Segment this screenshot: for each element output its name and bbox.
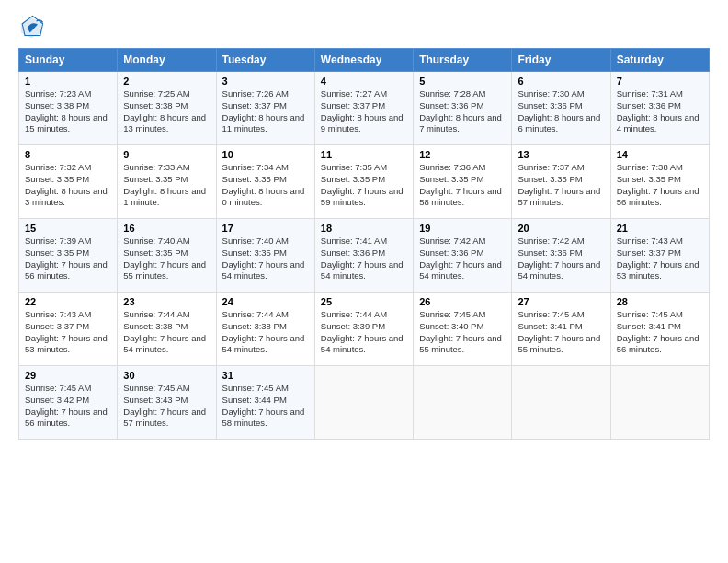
day-cell: 6Sunrise: 7:30 AMSunset: 3:36 PMDaylight…	[512, 72, 610, 145]
day-cell: 5Sunrise: 7:28 AMSunset: 3:36 PMDaylight…	[414, 72, 512, 145]
calendar-table: SundayMondayTuesdayWednesdayThursdayFrid…	[18, 48, 710, 440]
page-header	[18, 15, 710, 40]
day-cell: 10Sunrise: 7:34 AMSunset: 3:35 PMDayligh…	[216, 145, 314, 219]
day-info: Sunrise: 7:30 AMSunset: 3:36 PMDaylight:…	[518, 88, 604, 135]
day-number: 21	[617, 223, 703, 234]
day-cell: 20Sunrise: 7:42 AMSunset: 3:36 PMDayligh…	[512, 219, 610, 293]
day-number: 28	[617, 296, 703, 307]
day-cell: 7Sunrise: 7:31 AMSunset: 3:36 PMDaylight…	[610, 72, 709, 145]
day-cell	[314, 366, 413, 440]
day-cell: 28Sunrise: 7:45 AMSunset: 3:41 PMDayligh…	[610, 293, 709, 366]
day-cell: 15Sunrise: 7:39 AMSunset: 3:35 PMDayligh…	[19, 219, 118, 293]
col-header-wednesday: Wednesday	[314, 49, 413, 72]
day-info: Sunrise: 7:25 AMSunset: 3:38 PMDaylight:…	[123, 88, 210, 135]
day-number: 6	[518, 75, 604, 86]
logo-icon	[18, 15, 44, 40]
day-cell: 25Sunrise: 7:44 AMSunset: 3:39 PMDayligh…	[314, 293, 413, 366]
day-number: 18	[321, 223, 407, 234]
day-cell	[512, 366, 610, 440]
day-info: Sunrise: 7:44 AMSunset: 3:38 PMDaylight:…	[123, 309, 210, 356]
day-number: 17	[222, 223, 309, 234]
day-number: 22	[25, 296, 111, 307]
day-number: 10	[222, 149, 309, 160]
day-number: 16	[123, 223, 210, 234]
col-header-tuesday: Tuesday	[216, 49, 314, 72]
day-number: 1	[25, 75, 111, 86]
calendar-body: 1Sunrise: 7:23 AMSunset: 3:38 PMDaylight…	[19, 72, 710, 440]
day-number: 30	[123, 370, 210, 381]
day-cell: 30Sunrise: 7:45 AMSunset: 3:43 PMDayligh…	[118, 366, 216, 440]
day-cell: 11Sunrise: 7:35 AMSunset: 3:35 PMDayligh…	[314, 145, 413, 219]
day-info: Sunrise: 7:26 AMSunset: 3:37 PMDaylight:…	[222, 88, 309, 135]
day-cell: 1Sunrise: 7:23 AMSunset: 3:38 PMDaylight…	[19, 72, 118, 145]
day-info: Sunrise: 7:44 AMSunset: 3:39 PMDaylight:…	[321, 309, 407, 356]
day-info: Sunrise: 7:43 AMSunset: 3:37 PMDaylight:…	[617, 236, 703, 282]
day-cell: 18Sunrise: 7:41 AMSunset: 3:36 PMDayligh…	[314, 219, 413, 293]
day-cell: 27Sunrise: 7:45 AMSunset: 3:41 PMDayligh…	[512, 293, 610, 366]
col-header-monday: Monday	[118, 49, 216, 72]
day-info: Sunrise: 7:42 AMSunset: 3:36 PMDaylight:…	[419, 236, 506, 282]
day-cell: 26Sunrise: 7:45 AMSunset: 3:40 PMDayligh…	[414, 293, 512, 366]
col-header-saturday: Saturday	[610, 49, 709, 72]
day-number: 13	[518, 149, 604, 160]
week-row-4: 22Sunrise: 7:43 AMSunset: 3:37 PMDayligh…	[19, 293, 710, 366]
day-cell: 31Sunrise: 7:45 AMSunset: 3:44 PMDayligh…	[216, 366, 314, 440]
day-info: Sunrise: 7:41 AMSunset: 3:36 PMDaylight:…	[321, 236, 407, 282]
day-cell: 24Sunrise: 7:44 AMSunset: 3:38 PMDayligh…	[216, 293, 314, 366]
day-info: Sunrise: 7:45 AMSunset: 3:41 PMDaylight:…	[518, 309, 604, 356]
day-info: Sunrise: 7:44 AMSunset: 3:38 PMDaylight:…	[222, 309, 309, 356]
day-cell: 21Sunrise: 7:43 AMSunset: 3:37 PMDayligh…	[610, 219, 709, 293]
day-info: Sunrise: 7:43 AMSunset: 3:37 PMDaylight:…	[25, 309, 111, 356]
day-number: 5	[419, 75, 506, 86]
day-number: 14	[617, 149, 703, 160]
day-info: Sunrise: 7:42 AMSunset: 3:36 PMDaylight:…	[518, 236, 604, 282]
col-header-sunday: Sunday	[19, 49, 118, 72]
week-row-1: 1Sunrise: 7:23 AMSunset: 3:38 PMDaylight…	[19, 72, 710, 145]
day-info: Sunrise: 7:45 AMSunset: 3:41 PMDaylight:…	[617, 309, 703, 356]
day-cell: 16Sunrise: 7:40 AMSunset: 3:35 PMDayligh…	[118, 219, 216, 293]
day-info: Sunrise: 7:37 AMSunset: 3:35 PMDaylight:…	[518, 162, 604, 209]
week-row-3: 15Sunrise: 7:39 AMSunset: 3:35 PMDayligh…	[19, 219, 710, 293]
day-info: Sunrise: 7:35 AMSunset: 3:35 PMDaylight:…	[321, 162, 407, 209]
day-info: Sunrise: 7:45 AMSunset: 3:42 PMDaylight:…	[25, 383, 111, 430]
col-header-thursday: Thursday	[414, 49, 512, 72]
day-number: 9	[123, 149, 210, 160]
day-info: Sunrise: 7:40 AMSunset: 3:35 PMDaylight:…	[123, 236, 210, 282]
day-number: 27	[518, 296, 604, 307]
day-cell	[414, 366, 512, 440]
day-info: Sunrise: 7:36 AMSunset: 3:35 PMDaylight:…	[419, 162, 506, 209]
day-cell: 19Sunrise: 7:42 AMSunset: 3:36 PMDayligh…	[414, 219, 512, 293]
day-number: 24	[222, 296, 309, 307]
day-info: Sunrise: 7:45 AMSunset: 3:40 PMDaylight:…	[419, 309, 506, 356]
week-row-5: 29Sunrise: 7:45 AMSunset: 3:42 PMDayligh…	[19, 366, 710, 440]
day-number: 20	[518, 223, 604, 234]
day-cell: 29Sunrise: 7:45 AMSunset: 3:42 PMDayligh…	[19, 366, 118, 440]
day-cell: 23Sunrise: 7:44 AMSunset: 3:38 PMDayligh…	[118, 293, 216, 366]
day-info: Sunrise: 7:34 AMSunset: 3:35 PMDaylight:…	[222, 162, 309, 209]
day-cell: 14Sunrise: 7:38 AMSunset: 3:35 PMDayligh…	[610, 145, 709, 219]
day-info: Sunrise: 7:28 AMSunset: 3:36 PMDaylight:…	[419, 88, 506, 135]
day-cell: 9Sunrise: 7:33 AMSunset: 3:35 PMDaylight…	[118, 145, 216, 219]
day-number: 11	[321, 149, 407, 160]
day-number: 12	[419, 149, 506, 160]
day-cell: 13Sunrise: 7:37 AMSunset: 3:35 PMDayligh…	[512, 145, 610, 219]
day-cell: 3Sunrise: 7:26 AMSunset: 3:37 PMDaylight…	[216, 72, 314, 145]
day-number: 31	[222, 370, 309, 381]
day-number: 19	[419, 223, 506, 234]
day-cell: 17Sunrise: 7:40 AMSunset: 3:35 PMDayligh…	[216, 219, 314, 293]
week-row-2: 8Sunrise: 7:32 AMSunset: 3:35 PMDaylight…	[19, 145, 710, 219]
day-number: 7	[617, 75, 703, 86]
day-number: 23	[123, 296, 210, 307]
day-number: 15	[25, 223, 111, 234]
day-info: Sunrise: 7:27 AMSunset: 3:37 PMDaylight:…	[321, 88, 407, 135]
day-number: 8	[25, 149, 111, 160]
day-info: Sunrise: 7:32 AMSunset: 3:35 PMDaylight:…	[25, 162, 111, 209]
logo	[18, 15, 48, 40]
day-cell: 2Sunrise: 7:25 AMSunset: 3:38 PMDaylight…	[118, 72, 216, 145]
day-info: Sunrise: 7:33 AMSunset: 3:35 PMDaylight:…	[123, 162, 210, 209]
day-cell: 8Sunrise: 7:32 AMSunset: 3:35 PMDaylight…	[19, 145, 118, 219]
day-cell: 4Sunrise: 7:27 AMSunset: 3:37 PMDaylight…	[314, 72, 413, 145]
day-info: Sunrise: 7:45 AMSunset: 3:44 PMDaylight:…	[222, 383, 309, 430]
day-number: 3	[222, 75, 309, 86]
calendar-header: SundayMondayTuesdayWednesdayThursdayFrid…	[19, 49, 710, 72]
